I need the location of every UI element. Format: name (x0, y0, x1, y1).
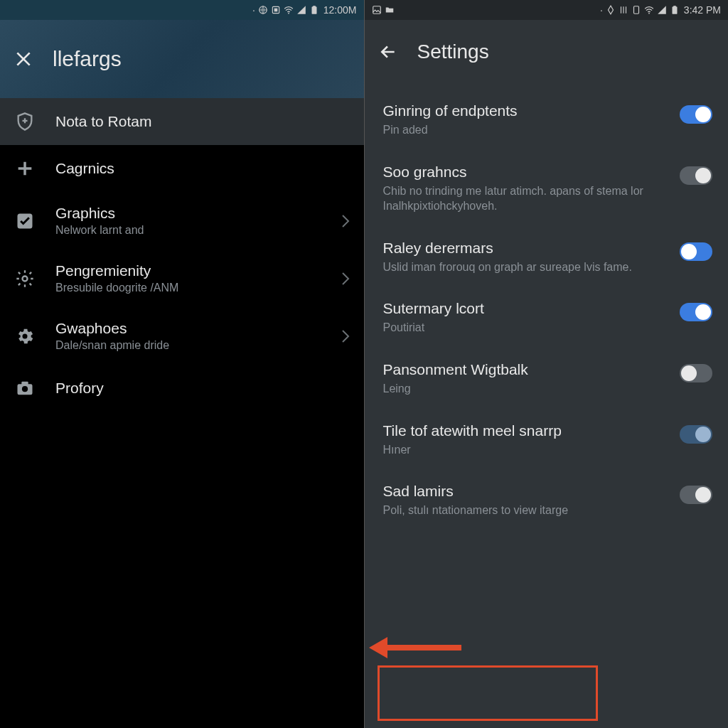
status-icons-left (372, 5, 395, 15)
dot-icon: · (252, 4, 255, 16)
toggle-switch[interactable] (680, 303, 712, 321)
menu-item-sub: Dale/snan apmie dride (55, 339, 321, 352)
annotation-arrow-icon (369, 637, 461, 658)
svg-rect-10 (21, 382, 28, 385)
menu-item-sub: Bresubile doogrite /ANM (55, 282, 321, 294)
check-box-icon (14, 210, 36, 232)
globe-icon (258, 5, 268, 15)
image-icon (372, 5, 382, 15)
menu-item-sub: Nelwork larnt and (55, 224, 321, 237)
setting-raley[interactable]: Raley derermars Uslid iman frorouq on gr… (365, 227, 729, 288)
setting-title: Soo grahncs (383, 164, 663, 181)
diamond-icon (606, 5, 616, 15)
arrow-left-icon (379, 43, 397, 61)
toggle-switch[interactable] (680, 166, 712, 185)
toggle-switch[interactable] (680, 364, 712, 382)
signal-icon (657, 5, 667, 15)
setting-sutermary[interactable]: Sutermary lcort Poutiriat (365, 287, 729, 348)
menu-item-label: Profory (55, 380, 350, 397)
svg-rect-4 (311, 6, 316, 14)
svg-point-14 (648, 13, 650, 14)
menu-item-profory[interactable]: Profory (0, 365, 364, 412)
setting-sub: Poutiriat (383, 320, 663, 336)
chevron-right-icon (341, 214, 350, 228)
menu-item-label: Pengremienity (55, 262, 321, 279)
setting-title: Sad lamirs (383, 483, 663, 500)
chevron-right-icon (341, 329, 350, 343)
menu-item-notarotam[interactable]: Nota to Rotam (0, 98, 364, 145)
back-button[interactable] (379, 43, 397, 61)
toggle-switch[interactable] (680, 425, 712, 444)
svg-rect-5 (313, 6, 316, 7)
status-icons: · (252, 4, 319, 16)
svg-rect-15 (672, 6, 677, 14)
svg-point-8 (23, 333, 28, 338)
plus-icon (14, 158, 36, 179)
setting-title: Ginring of endptents (383, 102, 663, 119)
svg-rect-16 (673, 6, 676, 7)
setting-sub: Pin aded (383, 122, 663, 138)
left-pane: · 12:00M llefargs Nota to Rotam (0, 0, 364, 728)
menu-item-label: Gwaphoes (55, 320, 321, 337)
right-header: Settings (365, 20, 729, 84)
setting-title: Tile tof atewith meel snarrp (383, 422, 663, 439)
battery-icon (670, 5, 680, 15)
menu-item-graphics[interactable]: Graphics Nelwork larnt and (0, 192, 364, 250)
svg-rect-2 (274, 9, 277, 12)
left-menu-list: Nota to Rotam Cagrnics Graphics Nelwork … (0, 98, 364, 412)
status-time: 12:00M (323, 4, 357, 16)
setting-sub: Uslid iman frorouq on graph ar sureape l… (383, 259, 663, 275)
toggle-switch[interactable] (680, 105, 712, 124)
setting-sub: Leing (383, 381, 663, 397)
bars-icon (619, 5, 628, 15)
svg-point-11 (22, 386, 28, 392)
left-header-title: llefargs (53, 47, 122, 71)
wifi-icon (644, 5, 654, 15)
device-icon (631, 5, 641, 15)
right-status-bar: · 3:42 PM (365, 0, 729, 20)
setting-sub: Hıner (383, 442, 663, 458)
gear-icon (14, 326, 36, 347)
setting-title: Raley derermars (383, 240, 663, 257)
toggle-switch[interactable] (680, 242, 712, 261)
right-pane: · 3:42 PM Settings Ginring of endptents … (364, 0, 729, 728)
camera-icon (14, 378, 36, 399)
setting-sub: Chib no trinding me latur atimch. apans … (383, 183, 663, 214)
left-header: llefargs (0, 20, 364, 98)
shield-plus-icon (14, 111, 36, 132)
setting-title: Sutermary lcort (383, 300, 663, 317)
setting-title: Pansonment Wigtbalk (383, 361, 663, 378)
setting-ginring[interactable]: Ginring of endptents Pin aded (365, 90, 729, 151)
signal-icon (296, 5, 306, 15)
menu-item-pengremienity[interactable]: Pengremienity Bresubile doogrite /ANM (0, 250, 364, 307)
setting-soo-grahncs[interactable]: Soo grahncs Chib no trinding me latur at… (365, 151, 729, 227)
close-icon (14, 50, 33, 68)
right-header-title: Settings (417, 41, 489, 63)
toggle-switch[interactable] (680, 486, 712, 504)
svg-point-7 (23, 276, 28, 281)
battery-box-icon (271, 5, 281, 15)
menu-item-label: Graphics (55, 205, 321, 222)
setting-pansonment[interactable]: Pansonment Wigtbalk Leing (365, 348, 729, 410)
folder-icon (385, 5, 395, 15)
menu-item-label: Nota to Rotam (55, 113, 350, 130)
chevron-right-icon (341, 272, 350, 286)
svg-point-3 (288, 13, 289, 14)
setting-sub: Poli, stulı ntationamers to view itarge (383, 503, 663, 518)
status-icons-right: · (600, 4, 680, 16)
annotation-highlight-box (378, 665, 598, 721)
setting-sad-lamirs[interactable]: Sad lamirs Poli, stulı ntationamers to v… (365, 470, 729, 531)
status-time: 3:42 PM (684, 4, 721, 16)
svg-rect-12 (373, 6, 380, 14)
battery-icon (309, 5, 319, 15)
svg-rect-13 (633, 6, 638, 14)
menu-item-gwaphoes[interactable]: Gwaphoes Dale/snan apmie dride (0, 307, 364, 365)
left-status-bar: · 12:00M (0, 0, 364, 20)
menu-item-label: Cagrnics (55, 160, 350, 177)
settings-list: Ginring of endptents Pin aded Soo grahnc… (365, 84, 729, 537)
gear-outline-icon (14, 268, 36, 289)
close-button[interactable] (14, 50, 33, 68)
menu-item-cagrnics[interactable]: Cagrnics (0, 145, 364, 192)
setting-tile-tof[interactable]: Tile tof atewith meel snarrp Hıner (365, 410, 729, 471)
wifi-icon (284, 5, 294, 15)
